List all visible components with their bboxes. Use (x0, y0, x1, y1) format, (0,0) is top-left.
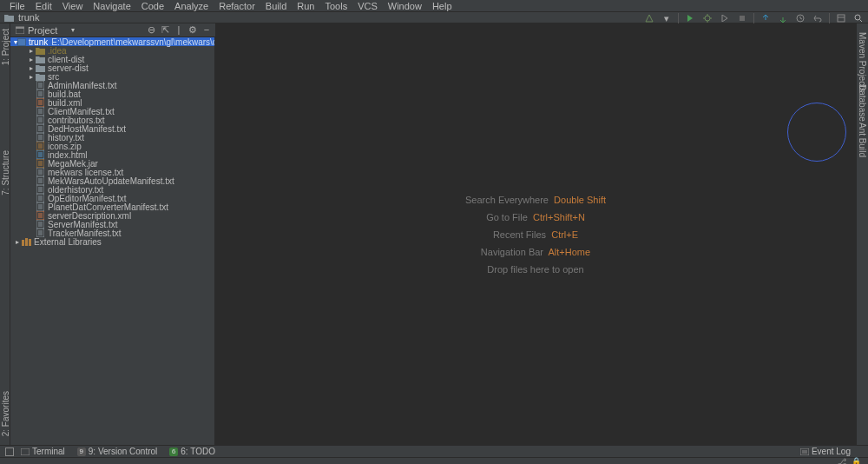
tree-root[interactable]: ▾ trunk E:\Development\mekwarssvn\gl\mek… (10, 37, 214, 46)
tab-terminal[interactable]: Terminal (21, 447, 65, 456)
run-icon[interactable] (684, 12, 696, 24)
project-structure-icon[interactable] (835, 12, 847, 24)
tree-file[interactable]: PlanetDatConverterManifest.txt (10, 202, 214, 211)
svg-line-10 (860, 20, 863, 23)
menu-help[interactable]: Help (427, 1, 457, 11)
menu-edit[interactable]: Edit (30, 1, 57, 11)
tree-file[interactable]: icons.zip (10, 142, 214, 150)
expand-arrow-icon[interactable]: ▸ (28, 73, 35, 81)
menu-analyze[interactable]: Analyze (169, 1, 214, 11)
vcs-history-icon[interactable] (794, 12, 806, 24)
hint-drop: Drop files here to open (487, 264, 583, 275)
hide-icon[interactable]: − (201, 24, 212, 36)
run-coverage-icon[interactable] (719, 12, 731, 24)
svg-point-0 (705, 16, 710, 21)
run-config-dropdown[interactable]: ▾ (661, 12, 673, 24)
module-icon (17, 37, 26, 46)
tree-file[interactable]: serverDescription.xml (10, 211, 214, 220)
expand-arrow-icon[interactable]: ▸ (28, 47, 35, 55)
vcs-update-icon[interactable] (760, 12, 772, 24)
expand-arrow-icon[interactable]: ▸ (28, 56, 35, 63)
file-icon (35, 89, 45, 98)
build-icon[interactable] (643, 12, 655, 24)
breadcrumb-root[interactable]: trunk (18, 12, 39, 23)
menu-file[interactable]: File (4, 1, 30, 11)
menu-build[interactable]: Build (260, 1, 292, 11)
toolbar-right: ▾ (643, 12, 865, 24)
svg-rect-14 (18, 39, 25, 45)
tree-file[interactable]: history.txt (10, 133, 214, 142)
tree-folder[interactable]: ▸.idea (10, 46, 214, 55)
vcs-revert-icon[interactable] (812, 12, 824, 24)
tab-structure[interactable]: 7: Structure (0, 147, 10, 199)
file-icon (35, 168, 45, 176)
tree-file[interactable]: build.xml (10, 98, 214, 107)
tree-file[interactable]: olderhistory.txt (10, 185, 214, 194)
tree-file[interactable]: index.html (10, 150, 214, 159)
file-icon (35, 194, 45, 202)
menu-navigate[interactable]: Navigate (88, 1, 135, 11)
tree-folder[interactable]: ▸client-dist (10, 55, 214, 63)
tree-file[interactable]: DedHostManifest.txt (10, 124, 214, 133)
event-log[interactable]: Event Log (800, 447, 851, 456)
tree-folder[interactable]: ▸server-dist (10, 63, 214, 72)
menu-view[interactable]: View (57, 1, 89, 11)
tab-version-control[interactable]: 99: Version Control (77, 447, 158, 456)
debug-icon[interactable] (701, 12, 713, 24)
tab-ant[interactable]: Ant Build (857, 119, 868, 161)
file-icon (35, 229, 45, 237)
tree-folder[interactable]: ▸src (10, 72, 214, 81)
project-panel-header: Project ▾ ⊖ ⇱ | ⚙ − (10, 23, 215, 37)
svg-rect-89 (29, 239, 31, 246)
menu-code[interactable]: Code (136, 1, 169, 11)
tree-file[interactable]: AdminManifest.txt (10, 81, 214, 89)
file-icon (35, 98, 45, 107)
git-branch-icon[interactable]: ⎇ (838, 457, 846, 465)
menu-refactor[interactable]: Refactor (214, 1, 260, 11)
lock-icon[interactable]: 🔒 (852, 457, 861, 465)
tool-window-toggle-icon[interactable] (5, 447, 14, 456)
file-icon (35, 185, 45, 194)
tab-favorites[interactable]: 2: Favorites (0, 388, 10, 440)
tree-file[interactable]: OpEditorManifest.txt (10, 194, 214, 202)
menu-tools[interactable]: Tools (319, 1, 352, 11)
project-tree[interactable]: ▾ trunk E:\Development\mekwarssvn\gl\mek… (10, 37, 215, 445)
expand-arrow-icon[interactable]: ▸ (14, 238, 21, 246)
tree-external-libs[interactable]: ▸External Libraries (10, 237, 214, 246)
project-icon (16, 26, 24, 34)
menu-window[interactable]: Window (383, 1, 427, 11)
navigation-bar: trunk ▾ (0, 11, 868, 23)
file-icon (35, 159, 45, 168)
tree-file[interactable]: ServerManifest.txt (10, 220, 214, 229)
file-icon (35, 150, 45, 159)
expand-arrow-icon[interactable]: ▸ (28, 64, 35, 72)
search-icon[interactable] (852, 12, 865, 24)
project-panel-tools: ⊖ ⇱ | ⚙ − (146, 24, 212, 36)
stop-icon[interactable] (736, 12, 748, 24)
file-icon (35, 116, 45, 124)
folder-icon (35, 63, 45, 72)
tab-project[interactable]: 1: Project (0, 25, 10, 69)
hint-search: Search Everywhere Double Shift (465, 195, 606, 205)
vcs-commit-icon[interactable] (777, 12, 789, 24)
tree-file[interactable]: build.bat (10, 89, 214, 98)
tree-file[interactable]: MegaMek.jar (10, 159, 214, 168)
scroll-from-source-icon[interactable]: ⇱ (160, 24, 170, 36)
left-tool-strip: 1: Project 7: Structure 2: Favorites (0, 23, 10, 445)
project-view-selector[interactable]: Project ▾ (16, 25, 75, 36)
menu-vcs[interactable]: VCS (352, 1, 383, 11)
tree-file[interactable]: mekwars license.txt (10, 168, 214, 176)
menu-run[interactable]: Run (292, 1, 319, 11)
tree-file[interactable]: TrackerManifest.txt (10, 229, 214, 237)
collapse-all-icon[interactable]: ⊖ (146, 24, 156, 36)
svg-rect-87 (22, 240, 24, 246)
tree-file[interactable]: MekWarsAutoUpdateManifest.txt (10, 176, 214, 185)
gear-icon[interactable]: ⚙ (187, 24, 198, 36)
folder-icon (35, 46, 45, 55)
tab-todo[interactable]: 66: TODO (169, 447, 215, 456)
svg-rect-90 (21, 448, 30, 455)
svg-rect-5 (740, 16, 745, 21)
tree-file[interactable]: contributors.txt (10, 116, 214, 124)
tree-file[interactable]: ClientManifest.txt (10, 107, 214, 116)
svg-point-9 (855, 15, 860, 20)
